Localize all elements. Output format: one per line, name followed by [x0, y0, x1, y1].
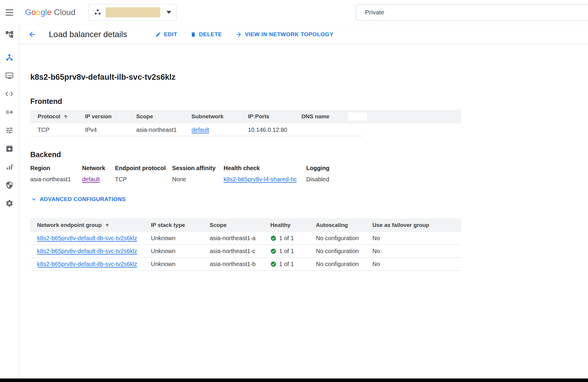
- healthy-check-icon: [270, 248, 276, 254]
- private-chip[interactable]: Private: [356, 4, 588, 21]
- private-service-connect-icon: [5, 90, 14, 98]
- frontend-heading: Frontend: [30, 97, 588, 106]
- sidebar-item-private-service-connect[interactable]: [0, 85, 19, 103]
- sidebar-item-network-services[interactable]: [0, 25, 19, 44]
- private-label: Private: [365, 9, 384, 16]
- network-endpoint-group-table: Network endpoint group IP stack type Sco…: [30, 218, 461, 271]
- field-label: Network: [82, 165, 115, 172]
- field-label: Logging: [306, 165, 588, 172]
- column-header-ip-ports: IP:Ports: [248, 113, 302, 120]
- column-header-ip-version: IP version: [85, 113, 136, 120]
- health-check-link[interactable]: k8s2-b65prv8v-l4-shared-hc: [224, 176, 297, 182]
- cell-protocol: TCP: [30, 127, 85, 133]
- view-in-network-topology-button[interactable]: VIEW IN NETWORK TOPOLOGY: [235, 31, 333, 38]
- neg-table-row: k8s2-b65prv8v-default-ilb-svc-tv2s6klz U…: [30, 232, 461, 245]
- load-balancing-icon: [5, 53, 14, 62]
- column-header-scope: Scope: [136, 113, 191, 120]
- column-header-autoscaling: Autoscaling: [316, 222, 372, 228]
- backend-heading: Backend: [30, 150, 588, 159]
- sort-ascending-icon: [63, 114, 68, 119]
- header-blank-patch: [348, 112, 367, 121]
- column-header-use-as-failover-group: Use as failover group: [372, 222, 461, 228]
- frontend-table-row: TCP IPv4 asia-northeast1 default 10.146.…: [30, 123, 461, 136]
- cell-scope: asia-northeast1-c: [210, 248, 270, 255]
- settings-gear-icon: [5, 199, 14, 207]
- bottom-bar: [0, 378, 588, 382]
- project-icon: [94, 9, 101, 16]
- menu-icon[interactable]: [0, 0, 19, 25]
- logo-letter: o: [36, 8, 41, 17]
- google-cloud-logo[interactable]: Google Cloud: [25, 0, 76, 25]
- back-arrow-icon: [28, 30, 36, 39]
- page-title: Load balancer details: [49, 30, 127, 39]
- page-header: Load balancer details EDIT DELETE: [19, 25, 588, 44]
- sidebar-item-network-tiers[interactable]: [0, 158, 19, 176]
- healthy-count: 1 of 1: [279, 235, 294, 242]
- subnetwork-link[interactable]: default: [191, 127, 209, 133]
- cell-ip-version: IPv4: [85, 127, 136, 133]
- frontend-table-header: Protocol IP version Scope Subnetwork IP:…: [30, 110, 461, 123]
- sidebar-item-cloud-nat[interactable]: [0, 103, 19, 121]
- column-header-protocol[interactable]: Protocol: [30, 113, 85, 120]
- cell-autoscaling: No configuration: [316, 248, 372, 255]
- field-label: Session affinity: [172, 165, 224, 172]
- sidebar-item-settings[interactable]: [0, 194, 19, 212]
- field-value: None: [172, 175, 224, 183]
- healthy-count: 1 of 1: [279, 261, 294, 268]
- field-logging: Logging Disabled: [306, 165, 588, 183]
- column-header-network-endpoint-group[interactable]: Network endpoint group: [30, 222, 151, 228]
- header-actions: EDIT DELETE VIEW IN NETWORK TOPOLOGY: [155, 31, 333, 38]
- column-header-healthy: Healthy: [270, 222, 316, 228]
- cell-ip-stack-type: Unknown: [151, 248, 210, 255]
- back-button[interactable]: [28, 30, 36, 39]
- cloud-cdn-icon: [5, 145, 14, 153]
- sidebar-item-cloud-cdn[interactable]: [0, 139, 19, 158]
- sidebar-item-cloud-armor[interactable]: [0, 176, 19, 194]
- column-header-subnetwork: Subnetwork: [191, 113, 248, 120]
- logo-letter: G: [25, 8, 31, 17]
- cell-scope: asia-northeast1: [136, 127, 191, 133]
- column-label: Protocol: [38, 113, 60, 120]
- cell-healthy: 1 of 1: [270, 261, 316, 268]
- healthy-check-icon: [270, 235, 276, 241]
- network-link[interactable]: default: [82, 176, 100, 182]
- topbar: Google Cloud Private: [0, 0, 588, 25]
- project-name-redacted: [106, 7, 160, 17]
- field-value: Disabled: [306, 175, 588, 183]
- sidebar-item-traffic-management[interactable]: [0, 121, 19, 139]
- network-tiers-icon: [5, 163, 14, 171]
- cell-failover: No: [372, 235, 461, 242]
- column-header-dns-name: DNS name: [302, 113, 461, 120]
- sidebar-item-load-balancing[interactable]: [0, 48, 19, 67]
- network-services-product-icon: [5, 30, 14, 39]
- edit-button[interactable]: EDIT: [155, 31, 177, 38]
- traffic-management-icon: [5, 126, 14, 134]
- neg-link[interactable]: k8s2-b65prv8v-default-ilb-svc-tv2s6klz: [37, 235, 137, 241]
- cell-subnetwork: default: [191, 127, 248, 133]
- cell-ip-stack-type: Unknown: [151, 261, 210, 268]
- healthy-check-icon: [270, 261, 276, 267]
- field-label: Endpoint protocol: [115, 165, 172, 172]
- advanced-configurations-toggle[interactable]: ADVANCED CONFIGURATIONS: [30, 196, 126, 203]
- dns-icon: [5, 72, 14, 80]
- logo-cloud-text: Cloud: [54, 8, 75, 17]
- cell-neg-name: k8s2-b65prv8v-default-ilb-svc-tv2s6klz: [30, 235, 151, 242]
- neg-link[interactable]: k8s2-b65prv8v-default-ilb-svc-tv2s6klz: [37, 261, 137, 267]
- sidebar: [0, 25, 19, 378]
- cell-ip-stack-type: Unknown: [151, 235, 210, 242]
- field-network: Network default: [82, 165, 115, 183]
- edit-label: EDIT: [164, 31, 177, 38]
- sidebar-item-dns[interactable]: [0, 67, 19, 85]
- neg-link[interactable]: k8s2-b65prv8v-default-ilb-svc-tv2s6klz: [37, 248, 137, 254]
- delete-button[interactable]: DELETE: [190, 31, 222, 38]
- logo-letter: g: [41, 8, 45, 17]
- sort-ascending-icon: [105, 223, 110, 228]
- advanced-configurations-label: ADVANCED CONFIGURATIONS: [40, 196, 126, 202]
- neg-table-header: Network endpoint group IP stack type Sco…: [30, 218, 461, 232]
- cell-healthy: 1 of 1: [270, 235, 316, 242]
- cell-failover: No: [372, 248, 461, 255]
- cell-healthy: 1 of 1: [270, 248, 316, 255]
- main-content: Load balancer details EDIT DELETE: [19, 25, 588, 378]
- project-selector[interactable]: [88, 4, 177, 21]
- cloud-armor-icon: [5, 181, 14, 189]
